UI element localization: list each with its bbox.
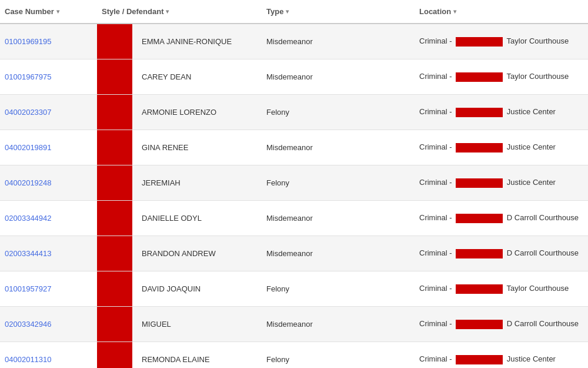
table-row: 01001957927DAVID JOAQUINFelonyCriminal -… [0,271,588,307]
case-type: Felony [266,284,289,293]
table-row: 04002011310REMONDA ELAINEFelonyCriminal … [0,342,588,368]
location-text: Criminal - D Carroll Courthouse [419,213,579,223]
type-cell: Misdemeanor [262,59,415,94]
case-number-link[interactable]: 04002019248 [5,178,52,187]
case-type: Misdemeanor [266,214,313,223]
case-table: Case Number ▾ Style / Defendant ▾ Type ▾… [0,0,588,368]
redacted-location [456,320,503,329]
case-number-link[interactable]: 02003344942 [5,214,52,223]
defendant-name: ARMONIE LORENZO [142,108,216,117]
location-text: Criminal - Justice Center [419,354,556,364]
red-bar-indicator [97,130,132,165]
case-number-link[interactable]: 02003344413 [5,249,52,258]
header-case-number[interactable]: Case Number ▾ [0,5,97,18]
table-row: 01001969195EMMA JANINE-RONIQUEMisdemeano… [0,24,588,59]
header-type[interactable]: Type ▾ [262,5,415,18]
case-number-cell: 04002019891 [0,130,97,165]
type-cell: Felony [262,165,415,200]
style-cell: GINA RENEE [97,130,262,165]
defendant-name: DANIELLE ODYL [142,214,202,223]
case-number-link[interactable]: 01001967975 [5,72,52,81]
location-cell: Criminal - Taylor Courthouse [415,271,588,306]
red-bar-indicator [97,307,132,342]
location-text: Criminal - Justice Center [419,177,556,188]
defendant-name: DAVID JOAQUIN [142,284,201,293]
case-number-link[interactable]: 04002023307 [5,108,52,117]
type-cell: Misdemeanor [262,307,415,342]
case-type: Felony [266,178,289,187]
redacted-location [456,143,503,152]
defendant-name: BRANDON ANDREW [142,249,216,258]
case-number-cell: 04002011310 [0,342,97,368]
sort-type-icon[interactable]: ▾ [286,8,289,15]
case-type: Felony [266,355,289,364]
table-body: 01001969195EMMA JANINE-RONIQUEMisdemeano… [0,24,588,368]
table-row: 01001967975CAREY DEANMisdemeanorCriminal… [0,59,588,95]
defendant-name: CAREY DEAN [142,72,191,81]
case-type: Felony [266,108,289,117]
redacted-location [456,72,503,82]
sort-style-icon[interactable]: ▾ [166,8,169,15]
header-style-label: Style / Defendant [102,7,163,16]
redacted-location [456,249,503,258]
style-cell: REMONDA ELAINE [97,342,262,368]
location-text: Criminal - D Carroll Courthouse [419,319,579,329]
table-row: 04002019248JEREMIAHFelonyCriminal - Just… [0,165,588,201]
redacted-location [456,108,503,117]
red-bar-indicator [97,236,132,271]
table-row: 02003342946MIGUELMisdemeanorCriminal - D… [0,307,588,342]
style-cell: DANIELLE ODYL [97,201,262,236]
red-bar-indicator [97,95,132,130]
type-cell: Felony [262,95,415,130]
location-text: Criminal - Taylor Courthouse [419,36,569,47]
red-bar-indicator [97,342,132,368]
type-cell: Misdemeanor [262,201,415,236]
table-header: Case Number ▾ Style / Defendant ▾ Type ▾… [0,0,588,24]
location-cell: Criminal - D Carroll Courthouse [415,236,588,271]
case-number-link[interactable]: 04002019891 [5,143,52,152]
location-text: Criminal - Justice Center [419,142,556,152]
location-text: Criminal - Justice Center [419,107,556,117]
defendant-name: REMONDA ELAINE [142,355,210,364]
style-cell: BRANDON ANDREW [97,236,262,271]
location-cell: Criminal - Justice Center [415,165,588,200]
case-type: Misdemeanor [266,143,313,152]
redacted-location [456,284,503,294]
location-cell: Criminal - Justice Center [415,342,588,368]
case-number-cell: 01001967975 [0,59,97,94]
header-location[interactable]: Location ▾ [415,5,588,18]
location-cell: Criminal - Taylor Courthouse [415,59,588,94]
case-type: Misdemeanor [266,249,313,258]
style-cell: JEREMIAH [97,165,262,200]
case-number-link[interactable]: 01001969195 [5,37,52,46]
table-row: 02003344413BRANDON ANDREWMisdemeanorCrim… [0,236,588,271]
location-text: Criminal - Taylor Courthouse [419,71,569,82]
case-number-link[interactable]: 04002011310 [5,355,52,364]
red-bar-indicator [97,24,132,59]
case-number-cell: 02003342946 [0,307,97,342]
location-text: Criminal - D Carroll Courthouse [419,248,579,258]
red-bar-indicator [97,165,132,200]
header-type-label: Type [266,7,283,16]
header-location-label: Location [419,7,451,16]
location-cell: Criminal - Justice Center [415,130,588,165]
header-style[interactable]: Style / Defendant ▾ [97,5,262,18]
case-number-cell: 02003344942 [0,201,97,236]
style-cell: EMMA JANINE-RONIQUE [97,24,262,59]
case-number-cell: 04002023307 [0,95,97,130]
type-cell: Misdemeanor [262,130,415,165]
redacted-location [456,37,503,47]
defendant-name: MIGUEL [142,320,171,329]
header-case-number-label: Case Number [5,7,54,16]
style-cell: CAREY DEAN [97,59,262,94]
sort-case-icon[interactable]: ▾ [56,8,59,15]
style-cell: DAVID JOAQUIN [97,271,262,306]
redacted-location [456,355,503,364]
type-cell: Felony [262,271,415,306]
table-row: 04002023307ARMONIE LORENZOFelonyCriminal… [0,95,588,130]
type-cell: Misdemeanor [262,24,415,59]
location-cell: Criminal - D Carroll Courthouse [415,201,588,236]
sort-location-icon[interactable]: ▾ [453,8,456,15]
case-number-link[interactable]: 01001957927 [5,284,52,293]
case-number-link[interactable]: 02003342946 [5,320,52,329]
